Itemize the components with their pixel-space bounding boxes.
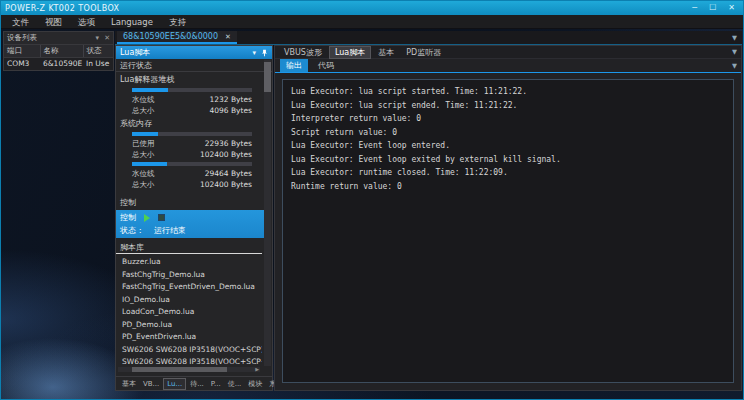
script-list-item[interactable]: PD_Demo.lua — [116, 319, 262, 332]
stat-value: 4096 Bytes — [209, 105, 252, 116]
menu-item[interactable]: 文件 — [4, 15, 37, 29]
vertical-scrollbar[interactable] — [264, 60, 271, 366]
tabstrip-menu-icon[interactable]: ▼ — [732, 34, 737, 42]
play-icon[interactable] — [144, 214, 150, 222]
window-title: POWER-Z KT002 TOOLBOX — [1, 4, 692, 13]
output-subtab[interactable]: 代码 — [312, 59, 340, 72]
script-list-item[interactable]: IO_Demo.lua — [116, 294, 262, 307]
device-status: In Use — [83, 58, 113, 71]
bottom-tab[interactable]: VB... — [140, 379, 162, 389]
stat-value: 22936 Bytes — [205, 138, 252, 149]
stat-value: 1232 Bytes — [209, 94, 252, 105]
chevron-down-icon[interactable]: ▾ — [96, 34, 100, 42]
app-window: POWER-Z KT002 TOOLBOX ─ ☐ ✕ 文件视图选项Langua… — [0, 0, 744, 400]
title-bar: POWER-Z KT002 TOOLBOX ─ ☐ ✕ — [1, 1, 743, 15]
vertical-scroll-thumb[interactable] — [264, 62, 271, 92]
tab-close-icon[interactable]: ✕ — [225, 33, 231, 41]
column-name[interactable]: 名称 — [40, 45, 83, 58]
document-tabstrip: 68&10590EE5&0&0000 ✕ ▼ — [115, 31, 742, 45]
panel-menu-icon[interactable]: ▼ — [732, 48, 737, 56]
console-line: Script return value: 0 — [291, 126, 725, 140]
bottom-tab[interactable]: 模块 — [245, 378, 265, 390]
status-label: 状态： — [120, 225, 144, 236]
column-status[interactable]: 状态 — [83, 45, 113, 58]
console-line: Runtime return value: 0 — [291, 180, 725, 194]
stat-value: 102400 Bytes — [200, 149, 252, 160]
scroll-right-icon[interactable]: ▶ — [255, 367, 259, 372]
scripts-section-label: 脚本库 — [116, 241, 262, 254]
close-icon[interactable]: ✕ — [728, 1, 735, 15]
horizontal-scrollbar[interactable] — [118, 367, 260, 372]
bottom-tab[interactable]: 待... — [187, 378, 207, 390]
stat-label: 已使用 — [132, 138, 155, 149]
console-line: Lua Executor: lua script started. Time: … — [291, 85, 725, 99]
menu-item[interactable]: 选项 — [70, 15, 103, 29]
section-run-status[interactable]: 运行状态 — [116, 59, 272, 72]
script-list-item[interactable]: FastChgTrig_Demo.lua — [116, 269, 262, 282]
memory-watermark-fill — [132, 162, 167, 166]
console-output[interactable]: Lua Executor: lua script started. Time: … — [282, 79, 734, 383]
memory-used-bar — [132, 132, 252, 136]
window-controls: ─ ☐ ✕ — [692, 1, 743, 15]
output-subtabs: 输出代码 ▼ — [275, 59, 741, 73]
status-value: 运行结束 — [154, 225, 186, 236]
bottom-tab[interactable]: Lu... — [163, 378, 186, 390]
device-port: COM3 — [4, 58, 40, 71]
stat-row: 水位线 29464 Bytes — [116, 168, 272, 179]
stat-row: 已使用 22936 Bytes — [116, 138, 272, 149]
stack-progress-fill — [132, 88, 168, 92]
bottom-tab[interactable]: 使... — [225, 378, 245, 390]
memory-watermark-bar — [132, 162, 252, 166]
document-tab[interactable]: 68&10590EE5&0&0000 ✕ — [117, 31, 237, 44]
stat-row: 总大小 102400 Bytes — [116, 179, 272, 190]
stat-value: 29464 Bytes — [205, 168, 252, 179]
bottom-tab[interactable]: 基本 — [119, 378, 139, 390]
close-icon[interactable]: ✕ — [104, 34, 110, 42]
script-list-item[interactable]: Buzzer.lua — [116, 256, 262, 269]
minimize-icon[interactable]: ─ — [692, 1, 697, 15]
device-table: 端口 名称 状态 COM3 6&10590E In Use — [4, 45, 113, 70]
console-line: Lua Executor: Event loop entered. — [291, 139, 725, 153]
stack-section-label: Lua解释器堆栈 — [116, 73, 272, 86]
device-row[interactable]: COM3 6&10590E In Use — [4, 58, 113, 71]
console-line: Lua Executor: Event loop exited by exter… — [291, 153, 725, 167]
horizontal-scroll-thumb[interactable] — [132, 367, 227, 372]
script-list-item[interactable]: LoadCon_Demo.lua — [116, 306, 262, 319]
right-panel-tab[interactable]: 基本 — [373, 47, 399, 58]
lua-panel-body: 运行状态 Lua解释器堆栈 水位线 1232 Bytes 总大小 4096 By… — [116, 59, 272, 376]
right-panel-tab[interactable]: Lua脚本 — [329, 46, 371, 59]
lua-panel-title: Lua脚本 — [120, 47, 247, 58]
stat-label: 总大小 — [132, 105, 155, 116]
column-port[interactable]: 端口 — [4, 45, 40, 58]
stat-label: 总大小 — [132, 149, 155, 160]
menu-bar: 文件视图选项Language支持 — [1, 15, 743, 29]
device-list-panel: 设备列表 ▾ ✕ 端口 名称 状态 COM3 6&10590E In Use — [3, 31, 114, 71]
menu-item[interactable]: 视图 — [37, 15, 70, 29]
menu-item[interactable]: Language — [103, 15, 161, 29]
pin-icon[interactable] — [261, 49, 268, 57]
lua-panel-header[interactable]: Lua脚本 ▾ — [116, 46, 272, 59]
stat-row: 水位线 1232 Bytes — [116, 94, 272, 105]
script-list-item[interactable]: SW6206 SW6208 IP3518(VOOC+SCP).lua — [116, 344, 262, 357]
subtab-menu-icon[interactable]: ▼ — [732, 62, 737, 70]
device-table-header: 端口 名称 状态 — [4, 45, 113, 58]
memory-section-label: 系统内存 — [116, 117, 272, 130]
menu-item[interactable]: 支持 — [161, 15, 194, 29]
control-label: 控制 — [120, 212, 136, 223]
stat-value: 102400 Bytes — [200, 179, 252, 190]
chevron-down-icon[interactable]: ▾ — [252, 49, 256, 57]
right-panel-tab[interactable]: VBUS波形 — [279, 47, 327, 58]
maximize-icon[interactable]: ☐ — [709, 1, 716, 15]
right-panel-tab[interactable]: PD监听器 — [401, 47, 446, 58]
bottom-tab[interactable]: P... — [208, 379, 224, 389]
document-tab-label: 68&10590EE5&0&0000 — [123, 32, 218, 41]
stat-row: 总大小 102400 Bytes — [116, 149, 272, 160]
script-list-item[interactable]: FastChgTrig_EventDriven_Demo.lua — [116, 281, 262, 294]
console-line: Interpreter return value: 0 — [291, 112, 725, 126]
stop-icon[interactable] — [158, 214, 165, 221]
control-section-label: 控制 — [116, 196, 272, 209]
control-row: 控制 — [116, 211, 264, 224]
script-list-item[interactable]: PD_EventDriven.lua — [116, 331, 262, 344]
output-subtab[interactable]: 输出 — [280, 59, 308, 72]
device-panel-header: 设备列表 ▾ ✕ — [4, 32, 113, 45]
